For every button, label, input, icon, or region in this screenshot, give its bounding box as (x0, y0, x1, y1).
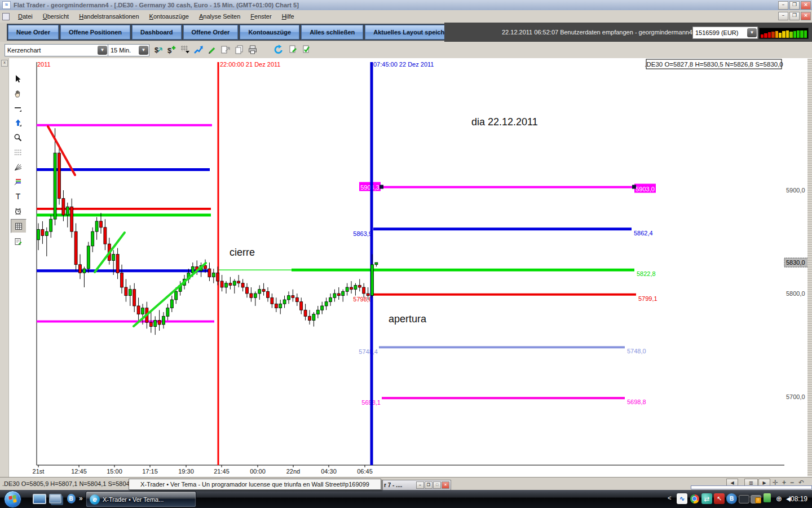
send-chart-icon[interactable] (219, 43, 232, 56)
maximize-icon[interactable]: ❐ (789, 1, 800, 10)
bluetooth-icon[interactable]: B (64, 493, 78, 504)
edit-page-icon[interactable] (286, 43, 300, 56)
candle-body (300, 302, 303, 310)
candle-body (41, 230, 44, 236)
trendline[interactable] (48, 126, 75, 175)
trendline-tool-icon[interactable] (11, 102, 25, 115)
price-chart[interactable]: 5900,05830,05800,05700,021st12:4515:0017… (0, 58, 812, 477)
printer-icon[interactable] (246, 43, 259, 56)
app-title-bar[interactable]: ≈ Flat Trader - georgmindermann4 - [.DE3… (0, 0, 812, 10)
xtrader-tray-icon[interactable]: ∿ (677, 493, 687, 504)
offene-order-button[interactable]: Offene Order (183, 25, 239, 40)
edit-page-2-icon[interactable] (300, 43, 314, 56)
matrix-tool-icon[interactable] (11, 219, 27, 233)
xtrader-task-button[interactable]: e X-Trader • Ver Tema... (86, 491, 196, 507)
chevron-down-icon[interactable]: ▼ (747, 28, 757, 37)
draw-pencil-icon[interactable] (205, 43, 219, 56)
copy-page-icon[interactable] (232, 43, 246, 56)
display-quicklaunch-icon[interactable] (33, 493, 46, 504)
child-minimize-icon[interactable]: – (778, 12, 788, 20)
alarm-tool-icon[interactable] (11, 204, 25, 217)
minimize-icon[interactable]: – (778, 1, 788, 10)
fan-lines-tool-icon[interactable] (11, 160, 25, 173)
power-tray-icon[interactable] (764, 493, 771, 502)
chevron-down-icon[interactable]: ▼ (98, 46, 107, 55)
candle-body (354, 285, 357, 289)
child-restore-icon[interactable]: ❐ (789, 12, 800, 20)
level-label-left: 5748,4 (359, 348, 378, 355)
chrome-tray-icon[interactable] (689, 493, 700, 504)
chart-window-icon[interactable] (2, 13, 10, 20)
trendline[interactable] (95, 233, 125, 272)
security-center-tray-icon[interactable]: ! (751, 495, 761, 503)
maximize-icon[interactable]: □ (433, 481, 441, 489)
display-tray-icon[interactable] (739, 495, 749, 503)
indicator-chart-icon[interactable] (192, 43, 205, 56)
chart-scrollbar[interactable] (807, 59, 812, 476)
candle-body (50, 219, 52, 231)
menu-uebersicht[interactable]: Übersicht (38, 11, 74, 21)
neue-order-button[interactable]: Neue Order (8, 25, 59, 40)
kontoauszuege-button[interactable]: Kontoauszüge (240, 25, 299, 40)
candle-body (125, 287, 127, 296)
remote-tray-icon[interactable]: ↖ (714, 493, 725, 504)
pointer-tool-icon[interactable] (11, 72, 25, 85)
menu-hilfe[interactable]: Hilfe (277, 11, 299, 21)
chart-type-select[interactable]: Kerzenchart ▼ (5, 44, 108, 56)
price-tick-label: 5700,0 (786, 393, 805, 400)
chart-annotation: dia 22.12.2011 (471, 116, 538, 128)
account-select[interactable]: 1516599 (EUR) ▼ (692, 27, 758, 39)
levels-tool-icon[interactable] (11, 146, 25, 159)
candle-body (258, 290, 261, 294)
notes-tool-icon[interactable] (11, 235, 25, 248)
update-tray-icon[interactable]: ⇄ (701, 493, 712, 504)
candle-body (62, 199, 65, 215)
refresh-icon[interactable] (272, 43, 285, 56)
menu-datei[interactable]: Datei (13, 11, 38, 21)
candle-body (308, 316, 311, 320)
candle-body (142, 308, 144, 314)
pan-hand-icon[interactable] (11, 87, 25, 100)
candle-body (37, 230, 40, 240)
menu-fenster[interactable]: Fenster (245, 11, 276, 21)
candle-body (191, 266, 194, 273)
dashboard-button[interactable]: Dashboard (132, 25, 181, 40)
candle-body (375, 262, 378, 265)
overflow-chevron-icon[interactable]: » (79, 494, 83, 502)
close-icon[interactable]: × (442, 481, 449, 489)
taskbar-clock[interactable]: 08:19 (791, 495, 807, 503)
candle-body (295, 297, 298, 301)
chevron-down-icon[interactable]: ▼ (139, 46, 148, 55)
session-time-label: 22:00:00 21 Dez 2011 (220, 61, 280, 68)
remote-desktop-icon[interactable] (48, 493, 62, 504)
bluetooth-tray-icon[interactable]: B (726, 493, 737, 504)
minimized-chart-window[interactable]: r 7 - .... – ❐ □ × (382, 480, 451, 491)
restore-icon[interactable]: ❐ (425, 481, 433, 489)
trendline[interactable] (134, 263, 206, 326)
interval-select[interactable]: 15 Min. ▼ (108, 44, 149, 56)
menu-kontoauszuege[interactable]: Kontoauszüge (144, 11, 194, 21)
candle-body (154, 321, 157, 327)
child-close-icon[interactable]: × (801, 12, 811, 20)
selection-handle[interactable] (632, 185, 636, 189)
menu-handelstransaktionen[interactable]: Handelstransaktionen (74, 11, 144, 21)
time-tick-label: 21:45 (214, 468, 230, 475)
close-icon[interactable]: × (801, 1, 811, 10)
text-tool-icon[interactable]: T (11, 190, 25, 203)
add-instrument-icon[interactable]: $ (165, 43, 178, 56)
grid-settings-icon[interactable] (178, 43, 192, 56)
candle-body (137, 306, 140, 314)
start-button[interactable] (4, 491, 21, 508)
fibonacci-tool-icon[interactable] (11, 175, 25, 188)
tray-chevron-icon[interactable]: < (668, 494, 671, 501)
time-slider[interactable] (691, 485, 812, 489)
alles-schliessen-button[interactable]: Alles schließen (301, 25, 363, 40)
offene-positionen-button[interactable]: Offene Positionen (60, 25, 130, 40)
minimize-icon[interactable]: – (416, 481, 424, 489)
zoom-tool-icon[interactable] (11, 131, 25, 144)
menu-analyse-seiten[interactable]: Analyse Seiten (194, 11, 245, 21)
trade-dollar-icon[interactable]: $ (151, 43, 165, 56)
selection-handle[interactable] (379, 185, 383, 189)
arrow-tool-icon[interactable] (11, 116, 25, 129)
toolbar-grip-close-icon[interactable]: x (1, 60, 8, 67)
